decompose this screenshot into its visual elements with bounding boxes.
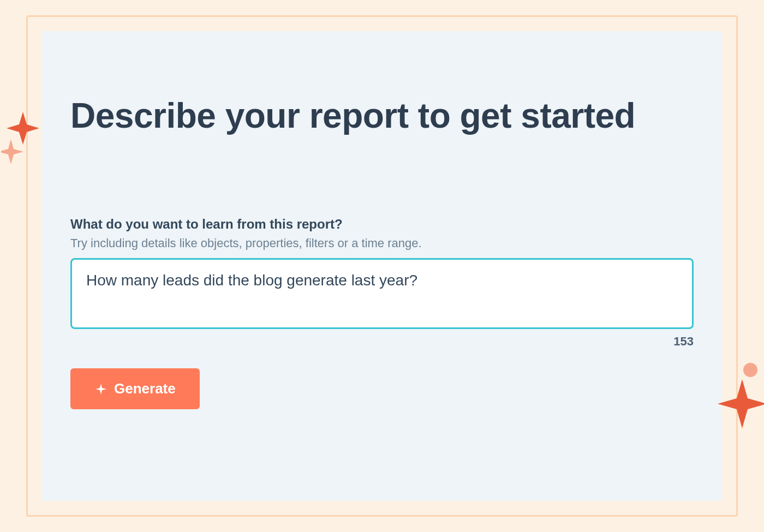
char-counter-row: 153 — [70, 334, 694, 349]
prompt-hint: Try including details like objects, prop… — [70, 236, 694, 250]
report-panel: Describe your report to get started What… — [42, 31, 722, 501]
prompt-label: What do you want to learn from this repo… — [70, 217, 694, 232]
svg-point-0 — [743, 363, 757, 377]
sparkle-icon — [94, 382, 108, 396]
outer-frame: Describe your report to get started What… — [26, 15, 738, 517]
page-title: Describe your report to get started — [70, 97, 694, 135]
report-description-input[interactable] — [70, 258, 694, 329]
generate-button-label: Generate — [114, 380, 176, 397]
char-counter: 153 — [673, 334, 694, 348]
generate-button[interactable]: Generate — [70, 368, 200, 409]
